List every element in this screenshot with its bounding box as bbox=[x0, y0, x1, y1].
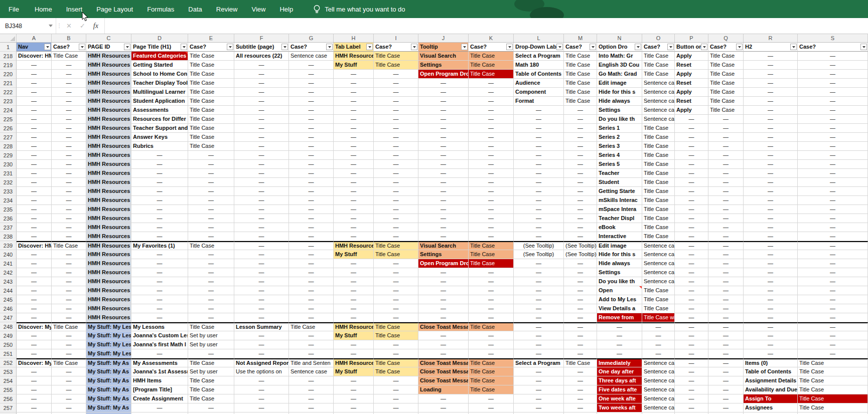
cell-E237[interactable]: — bbox=[188, 223, 234, 232]
cell-M245[interactable]: — bbox=[564, 295, 597, 304]
cell-R232[interactable]: — bbox=[744, 178, 798, 187]
cell-C223[interactable]: HMH Resources bbox=[86, 97, 131, 106]
cell-O246[interactable]: Title Case bbox=[642, 304, 675, 313]
column-header-C[interactable]: C bbox=[86, 34, 131, 42]
cell-B252[interactable]: Title Case bbox=[52, 358, 86, 367]
cell-S228[interactable]: — bbox=[798, 142, 868, 151]
cell-R255[interactable]: Availability and Due I bbox=[744, 385, 798, 394]
cell-O238[interactable]: Title Case bbox=[642, 232, 675, 241]
cell-R222[interactable]: — bbox=[744, 88, 798, 97]
cell-Q219[interactable]: Title Case bbox=[708, 61, 744, 70]
cell-A228[interactable]: — bbox=[17, 142, 52, 151]
cell-N228[interactable]: Series 3 bbox=[597, 142, 642, 151]
cell-I242[interactable]: — bbox=[374, 268, 418, 277]
cell-A218[interactable]: Discover: HMI bbox=[17, 52, 52, 61]
cell-D245[interactable]: — bbox=[131, 295, 188, 304]
cell-D238[interactable]: — bbox=[131, 232, 188, 241]
cell-Q226[interactable]: — bbox=[708, 124, 744, 133]
cell-C231[interactable]: HMH Resources bbox=[86, 169, 131, 178]
cell-M253[interactable]: — bbox=[564, 367, 597, 376]
cell-D252[interactable]: My Assessments bbox=[131, 358, 188, 367]
column-header-G[interactable]: G bbox=[289, 34, 334, 42]
cell-F241[interactable]: — bbox=[234, 259, 289, 268]
cell-J228[interactable]: — bbox=[418, 142, 469, 151]
filter-dropdown-icon-L[interactable] bbox=[556, 44, 563, 50]
cell-Q233[interactable]: — bbox=[708, 187, 744, 196]
cell-G242[interactable]: — bbox=[289, 268, 334, 277]
cell-E255[interactable]: Title Case bbox=[188, 385, 234, 394]
cell-E225[interactable]: Title Case bbox=[188, 115, 234, 124]
cell-C226[interactable]: HMH Resources bbox=[86, 124, 131, 133]
cell-D254[interactable]: HMH Items bbox=[131, 376, 188, 385]
cell-L251[interactable]: — bbox=[514, 349, 564, 358]
cell-F236[interactable]: — bbox=[234, 214, 289, 223]
row-header-235[interactable]: 235 bbox=[0, 205, 17, 214]
cell-J244[interactable]: — bbox=[418, 286, 469, 295]
cell-S229[interactable]: — bbox=[798, 151, 868, 160]
column-header-H[interactable]: H bbox=[334, 34, 374, 42]
cell-B251[interactable]: — bbox=[52, 349, 86, 358]
cell-E228[interactable]: Title Case bbox=[188, 142, 234, 151]
cell-S226[interactable]: — bbox=[798, 124, 868, 133]
cell-J254[interactable]: Close Toast Messa bbox=[418, 376, 469, 385]
cell-M220[interactable]: Title Case bbox=[564, 70, 597, 79]
cell-D239[interactable]: My Favorites (1) bbox=[131, 241, 188, 250]
cell-C243[interactable]: HMH Resources bbox=[86, 277, 131, 286]
cell-B253[interactable]: — bbox=[52, 367, 86, 376]
ribbon-tab-help[interactable]: Help bbox=[272, 0, 300, 18]
cell-G257[interactable]: — bbox=[289, 403, 334, 412]
cell-R226[interactable]: — bbox=[744, 124, 798, 133]
cell-D246[interactable]: — bbox=[131, 304, 188, 313]
cell-C252[interactable]: My Stuff: My As bbox=[86, 358, 131, 367]
cell-Q222[interactable]: Title Case bbox=[708, 88, 744, 97]
cell-O225[interactable]: Sentence case bbox=[642, 115, 675, 124]
cell-D249[interactable]: Joanna's Custom Les bbox=[131, 331, 188, 340]
cell-J226[interactable]: — bbox=[418, 124, 469, 133]
cell-B228[interactable]: — bbox=[52, 142, 86, 151]
cell-H256[interactable]: — bbox=[334, 394, 374, 403]
cell-G231[interactable]: — bbox=[289, 169, 334, 178]
cell-A236[interactable]: — bbox=[17, 214, 52, 223]
cell-E232[interactable]: — bbox=[188, 178, 234, 187]
cell-M257[interactable]: — bbox=[564, 403, 597, 412]
filter-dropdown-icon-A[interactable] bbox=[44, 44, 51, 50]
cell-A255[interactable]: — bbox=[17, 385, 52, 394]
cell-K222[interactable]: — bbox=[469, 88, 514, 97]
cell-A245[interactable]: — bbox=[17, 295, 52, 304]
cell-G223[interactable]: — bbox=[289, 97, 334, 106]
cell-J253[interactable]: Close Toast Messa bbox=[418, 367, 469, 376]
cell-D232[interactable]: — bbox=[131, 178, 188, 187]
cell-J235[interactable]: — bbox=[418, 205, 469, 214]
column-header-O[interactable]: O bbox=[642, 34, 675, 42]
cell-G234[interactable]: — bbox=[289, 196, 334, 205]
cell-C256[interactable]: My Stuff: My As bbox=[86, 394, 131, 403]
cell-C219[interactable]: HMH Resources bbox=[86, 61, 131, 70]
cell-L235[interactable]: — bbox=[514, 205, 564, 214]
header-cell-M1[interactable]: Case? bbox=[564, 43, 597, 52]
cell-K234[interactable]: — bbox=[469, 196, 514, 205]
cell-B227[interactable]: — bbox=[52, 133, 86, 142]
cell-K242[interactable]: — bbox=[469, 268, 514, 277]
cell-I254[interactable]: — bbox=[374, 376, 418, 385]
cell-G247[interactable]: — bbox=[289, 313, 334, 322]
cell-A256[interactable]: — bbox=[17, 394, 52, 403]
cell-F228[interactable]: — bbox=[234, 142, 289, 151]
cell-H242[interactable]: — bbox=[334, 268, 374, 277]
cell-E234[interactable]: — bbox=[188, 196, 234, 205]
cell-A239[interactable]: Discover: HMI bbox=[17, 241, 52, 250]
cell-O236[interactable]: Title Case bbox=[642, 214, 675, 223]
cell-D243[interactable]: — bbox=[131, 277, 188, 286]
cell-F248[interactable]: Lesson Summary bbox=[234, 322, 289, 331]
cell-R228[interactable]: — bbox=[744, 142, 798, 151]
cell-D241[interactable]: — bbox=[131, 259, 188, 268]
cell-I256[interactable]: — bbox=[374, 394, 418, 403]
cell-K256[interactable]: — bbox=[469, 394, 514, 403]
name-box-dropdown-icon[interactable] bbox=[49, 25, 53, 27]
cell-G227[interactable]: — bbox=[289, 133, 334, 142]
cell-A223[interactable]: — bbox=[17, 97, 52, 106]
cell-J237[interactable]: — bbox=[418, 223, 469, 232]
column-header-I[interactable]: I bbox=[374, 34, 418, 42]
cell-B249[interactable]: — bbox=[52, 331, 86, 340]
row-header-223[interactable]: 223 bbox=[0, 97, 17, 106]
cell-M248[interactable]: — bbox=[564, 322, 597, 331]
